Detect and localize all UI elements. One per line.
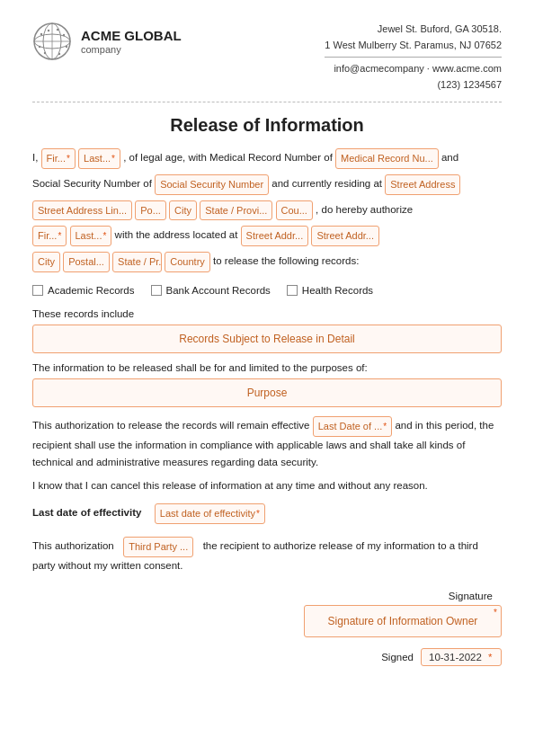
signed-required: *	[488, 652, 492, 663]
email: info@acmecompany · www.acme.com	[325, 61, 502, 77]
purpose-label: The information to be released shall be …	[32, 362, 502, 373]
signature-label: Signature	[449, 591, 493, 601]
bank-checkbox-box[interactable]	[151, 285, 162, 296]
authorization-text1: This authorization to release the record…	[32, 420, 310, 431]
header-divider	[32, 102, 502, 102]
to-release-text: to release the following records:	[213, 256, 359, 267]
purpose-input[interactable]: Purpose	[32, 378, 502, 407]
state-pr2-field[interactable]: State / Pr...	[112, 252, 162, 272]
signed-row: Signed 10-31-2022 *	[381, 648, 502, 666]
svg-point-6	[48, 30, 49, 31]
records-include-label: These records include	[32, 308, 502, 319]
contact-info: Jewel St. Buford, GA 30518. 1 West Mulbe…	[325, 22, 502, 93]
svg-point-9	[39, 46, 40, 48]
city-field[interactable]: City	[169, 200, 197, 221]
health-records-label: Health Records	[302, 285, 373, 296]
cancel-paragraph: I know that I can cancel this release of…	[32, 477, 502, 495]
street-address-line-field[interactable]: Street Address Lin...	[32, 200, 132, 221]
signed-label: Signed	[381, 652, 414, 663]
signature-input[interactable]: Signature of Information Owner *	[304, 605, 502, 637]
last-name2-field[interactable]: Last...*	[70, 226, 112, 246]
svg-point-12	[66, 46, 67, 48]
country2-field[interactable]: Country	[165, 252, 210, 272]
address2: 1 West Mulberry St. Paramus, NJ 07652	[325, 38, 502, 54]
last-name-field[interactable]: Last...*	[78, 148, 120, 169]
academic-records-checkbox[interactable]: Academic Records	[32, 285, 135, 296]
first-name2-field[interactable]: Fir...*	[32, 226, 67, 246]
svg-point-7	[57, 29, 58, 31]
signature-required: *	[494, 608, 497, 618]
city2-field[interactable]: City	[32, 252, 60, 272]
state-prov-field[interactable]: State / Provi...	[200, 200, 272, 221]
intro-label: I,	[32, 153, 38, 164]
svg-point-5	[40, 33, 42, 35]
last-date-effectivity-field[interactable]: Last date of effectivity*	[155, 503, 265, 524]
ssn-field[interactable]: Social Security Number	[155, 174, 269, 195]
svg-point-10	[44, 52, 46, 54]
first-name-field[interactable]: Fir...*	[41, 148, 76, 169]
third-party-paragraph: This authorization Third Party ... the r…	[32, 537, 502, 574]
logo-icon	[32, 22, 72, 61]
last-effectivity-label: Last date of effectivity	[32, 508, 141, 519]
location-paragraph: City Postal... State / Pr... Country to …	[32, 252, 502, 272]
svg-point-11	[58, 53, 60, 55]
authorize-paragraph: Fir...* Last...* with the address locate…	[32, 226, 502, 246]
company-sub: company	[81, 44, 182, 55]
signed-date-value: 10-31-2022	[429, 652, 482, 663]
checkboxes-row: Academic Records Bank Account Records He…	[32, 285, 502, 296]
page: ACME GLOBAL company Jewel St. Buford, GA…	[0, 0, 534, 756]
intro-paragraph: I, Fir...* Last...* , of legal age, with…	[32, 148, 502, 169]
health-records-checkbox[interactable]: Health Records	[287, 285, 373, 296]
street-addr2-field[interactable]: Street Addr...	[241, 226, 309, 246]
ssn-label: Social Security Number of	[32, 178, 152, 189]
address1: Jewel St. Buford, GA 30518.	[325, 22, 502, 38]
company-name: ACME GLOBAL	[81, 28, 182, 44]
ssn-paragraph: Social Security Number of Social Securit…	[32, 174, 502, 195]
header: ACME GLOBAL company Jewel St. Buford, GA…	[32, 22, 502, 93]
academic-records-label: Academic Records	[48, 285, 135, 296]
currently-residing-text: and currently residing at	[271, 178, 382, 189]
country-field[interactable]: Cou...	[276, 200, 313, 221]
third-party-text1: This authorization	[32, 540, 114, 551]
signature-placeholder: Signature of Information Owner	[328, 615, 478, 627]
last-effectivity-row: Last date of effectivity Last date of ef…	[32, 503, 502, 524]
address-paragraph: Street Address Lin... Po... City State /…	[32, 200, 502, 221]
health-checkbox-box[interactable]	[287, 285, 298, 296]
street-address-field[interactable]: Street Address	[385, 174, 460, 195]
with-address-text: with the address located at	[115, 230, 238, 241]
records-detail-input[interactable]: Records Subject to Release in Detail	[32, 325, 502, 353]
logo-area: ACME GLOBAL company	[32, 22, 182, 61]
third-party-field[interactable]: Third Party ...	[123, 537, 193, 557]
bank-records-checkbox[interactable]: Bank Account Records	[151, 285, 271, 296]
bank-records-label: Bank Account Records	[166, 285, 271, 296]
of-legal-age-text: , of legal age, with Medical Record Numb…	[123, 153, 333, 164]
svg-point-8	[63, 34, 65, 36]
medical-record-field[interactable]: Medical Record Nu...	[335, 148, 439, 169]
last-date-field[interactable]: Last Date of ...*	[313, 416, 392, 437]
phone: (123) 1234567	[325, 77, 502, 93]
postal-field[interactable]: Postal...	[63, 252, 110, 272]
street-addr3-field[interactable]: Street Addr...	[311, 226, 379, 246]
signed-date-field[interactable]: 10-31-2022 *	[421, 648, 502, 666]
signature-section: Signature Signature of Information Owner…	[32, 591, 502, 666]
and-text: and	[441, 153, 458, 164]
po-field[interactable]: Po...	[135, 200, 166, 221]
doc-title: Release of Information	[32, 115, 502, 136]
do-hereby-text: , do hereby authorize	[316, 204, 413, 215]
academic-checkbox-box[interactable]	[32, 285, 43, 296]
authorization-paragraph: This authorization to release the record…	[32, 416, 502, 472]
